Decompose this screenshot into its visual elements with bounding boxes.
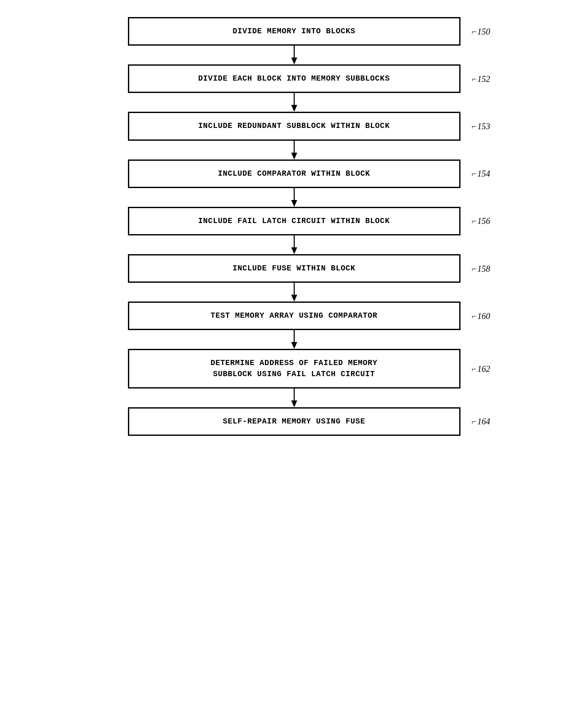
svg-marker-1 [291,58,297,64]
step-label-153: 153 [472,121,490,131]
flow-row-162: DETERMINE ADDRESS OF FAILED MEMORYSUBBLO… [128,349,461,388]
step-label-154: 154 [472,169,490,179]
arrow-2 [128,141,461,159]
flow-row-150: DIVIDE MEMORY INTO BLOCKS150 [128,17,461,46]
box-text-162-line0: DETERMINE ADDRESS OF FAILED MEMORY [211,359,378,367]
flow-box-153: INCLUDE REDUNDANT SUBBLOCK WITHIN BLOCK [128,112,461,140]
step-label-158: 158 [472,264,490,273]
step-label-152: 152 [472,74,490,84]
flow-row-154: INCLUDE COMPARATOR WITHIN BLOCK154 [128,159,461,188]
box-wrapper-162: DETERMINE ADDRESS OF FAILED MEMORYSUBBLO… [128,349,461,388]
arrow-1 [128,93,461,112]
arrow-6 [128,330,461,349]
flow-row-156: INCLUDE FAIL LATCH CIRCUIT WITHIN BLOCK1… [128,207,461,235]
step-label-150: 150 [472,26,490,36]
box-wrapper-160: TEST MEMORY ARRAY USING COMPARATOR160 [128,302,461,330]
box-wrapper-156: INCLUDE FAIL LATCH CIRCUIT WITHIN BLOCK1… [128,207,461,235]
flow-box-160: TEST MEMORY ARRAY USING COMPARATOR [128,302,461,330]
step-label-164: 164 [472,417,490,426]
flow-row-160: TEST MEMORY ARRAY USING COMPARATOR160 [128,302,461,330]
flow-row-152: DIVIDE EACH BLOCK INTO MEMORY SUBBLOCKS1… [128,64,461,93]
flow-box-154: INCLUDE COMPARATOR WITHIN BLOCK [128,159,461,188]
box-wrapper-164: SELF-REPAIR MEMORY USING FUSE164 [128,407,461,436]
flow-row-158: INCLUDE FUSE WITHIN BLOCK158 [128,254,461,283]
box-wrapper-150: DIVIDE MEMORY INTO BLOCKS150 [128,17,461,46]
svg-marker-9 [291,247,297,254]
step-label-160: 160 [472,311,490,321]
svg-marker-11 [291,295,297,302]
flow-box-156: INCLUDE FAIL LATCH CIRCUIT WITHIN BLOCK [128,207,461,235]
flow-row-153: INCLUDE REDUNDANT SUBBLOCK WITHIN BLOCK1… [128,112,461,140]
arrow-0 [128,46,461,64]
box-wrapper-152: DIVIDE EACH BLOCK INTO MEMORY SUBBLOCKS1… [128,64,461,93]
box-wrapper-158: INCLUDE FUSE WITHIN BLOCK158 [128,254,461,283]
svg-marker-3 [291,105,297,112]
svg-marker-15 [291,400,297,407]
flow-box-150: DIVIDE MEMORY INTO BLOCKS [128,17,461,46]
svg-marker-5 [291,153,297,159]
arrow-3 [128,188,461,207]
flow-row-164: SELF-REPAIR MEMORY USING FUSE164 [128,407,461,436]
flow-box-164: SELF-REPAIR MEMORY USING FUSE [128,407,461,436]
svg-marker-7 [291,200,297,207]
box-wrapper-153: INCLUDE REDUNDANT SUBBLOCK WITHIN BLOCK1… [128,112,461,140]
arrow-4 [128,235,461,254]
flow-box-162: DETERMINE ADDRESS OF FAILED MEMORYSUBBLO… [128,349,461,388]
flow-box-158: INCLUDE FUSE WITHIN BLOCK [128,254,461,283]
flowchart: DIVIDE MEMORY INTO BLOCKS150 DIVIDE EACH… [128,17,461,436]
box-wrapper-154: INCLUDE COMPARATOR WITHIN BLOCK154 [128,159,461,188]
box-text-162-line1: SUBBLOCK USING FAIL LATCH CIRCUIT [213,370,375,378]
step-label-162: 162 [472,364,490,374]
svg-marker-13 [291,342,297,349]
step-label-156: 156 [472,216,490,226]
flow-box-152: DIVIDE EACH BLOCK INTO MEMORY SUBBLOCKS [128,64,461,93]
arrow-7 [128,389,461,407]
arrow-5 [128,283,461,302]
